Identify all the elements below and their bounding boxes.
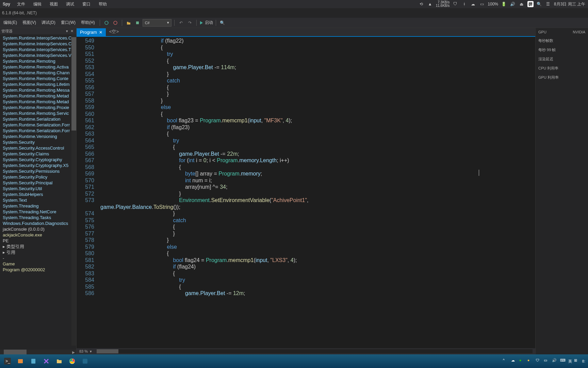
- bluetooth-icon[interactable]: ᚼ: [461, 1, 467, 7]
- battery-icon[interactable]: 🔋: [501, 1, 507, 7]
- tray-keyboard-icon[interactable]: ⌨: [560, 358, 566, 364]
- tree-item[interactable]: System.Security.Principal: [0, 180, 76, 186]
- tree-item[interactable]: System.Security.Policy: [0, 174, 76, 180]
- refresh-icon[interactable]: [103, 19, 110, 27]
- stop-icon[interactable]: [112, 19, 119, 27]
- tree-item[interactable]: System.Security.Cryptography.X5: [0, 163, 76, 168]
- tb-edit[interactable]: 编辑(E): [1, 20, 19, 26]
- app-name[interactable]: Spy: [0, 2, 13, 6]
- tray-time[interactable]: 8:: [582, 359, 585, 363]
- tree-item[interactable]: System.Text: [0, 197, 76, 203]
- tray-display-icon[interactable]: ▭: [544, 358, 550, 364]
- panel-dropdown-icon[interactable]: ▾: [66, 29, 68, 33]
- tray-shield-icon[interactable]: 🛡: [536, 358, 542, 364]
- tb-view[interactable]: 视图(V): [20, 20, 38, 26]
- tree-item[interactable]: System.Runtime.Remoting: [0, 58, 76, 64]
- tree-item[interactable]: System.Runtime.Remoting.Chann: [0, 70, 76, 76]
- tab-empty[interactable]: <空>: [106, 27, 122, 36]
- tree-item[interactable]: Windows.Foundation.Diagnostics: [0, 220, 76, 226]
- tree-item[interactable]: Program @02000002: [0, 267, 76, 273]
- menu-edit[interactable]: 编辑: [29, 1, 46, 7]
- tree-item[interactable]: Game: [0, 261, 76, 267]
- tab-program[interactable]: Program ✕: [77, 28, 106, 36]
- tree-item[interactable]: System.Security.Claims: [0, 151, 76, 157]
- tb-explorer-icon[interactable]: [27, 356, 39, 367]
- menu-view[interactable]: 视图: [46, 1, 62, 7]
- tab-close-icon[interactable]: ✕: [99, 30, 102, 35]
- tb-vs-icon[interactable]: [40, 356, 52, 367]
- menu-debug[interactable]: 调试: [62, 1, 78, 7]
- tb-app-icon[interactable]: [79, 356, 91, 367]
- tray-ime[interactable]: 英: [568, 359, 572, 364]
- tray-expand-icon[interactable]: ^: [503, 358, 509, 364]
- tb-debug[interactable]: 调试(D): [39, 20, 58, 26]
- tree-item[interactable]: jackConsole (0.0.0.0): [0, 226, 76, 232]
- tree-item[interactable]: ▸ 引用: [0, 249, 76, 255]
- open-icon[interactable]: [125, 19, 132, 27]
- search-code-icon[interactable]: 🔍: [219, 19, 226, 27]
- tree-item[interactable]: PE: [0, 238, 76, 244]
- panel-close-icon[interactable]: ✕: [69, 29, 75, 33]
- tree-item[interactable]: System.Runtime.Serialization.Forr: [0, 122, 76, 128]
- undo-icon[interactable]: ↶: [177, 19, 185, 27]
- tree-item[interactable]: System.Runtime.Remoting.Servic: [0, 110, 76, 116]
- tree-item[interactable]: System.Runtime.Remoting.Activa: [0, 64, 76, 70]
- tray-cloud-icon[interactable]: ☁: [511, 358, 517, 364]
- zoom-level[interactable]: 83 %: [79, 349, 88, 353]
- menu-window[interactable]: 窗口: [78, 1, 95, 7]
- tree-item[interactable]: System.Runtime.Remoting.Metad: [0, 99, 76, 105]
- tree-item[interactable]: System.Runtime.Remoting.Lifetim: [0, 81, 76, 87]
- tree-item[interactable]: System.Runtime.Remoting.Conte: [0, 76, 76, 81]
- tray-wechat-icon[interactable]: ●: [519, 358, 525, 364]
- search-icon[interactable]: 🔍: [536, 1, 542, 7]
- tree-item[interactable]: System.Runtime.InteropServices.C: [0, 35, 76, 41]
- display-icon[interactable]: ▭: [479, 1, 485, 7]
- save-icon[interactable]: [134, 19, 141, 27]
- tree-item[interactable]: System.Security.Permissions: [0, 168, 76, 174]
- tray-volume-icon[interactable]: 🔊: [552, 358, 558, 364]
- code-editor[interactable]: 5495505515525535545555565575585595605615…: [77, 37, 535, 348]
- language-dropdown[interactable]: C#▾: [143, 19, 172, 27]
- tree-item[interactable]: -: [0, 255, 76, 261]
- cloud-icon[interactable]: ☁: [470, 1, 476, 7]
- tree-item[interactable]: System.Threading.NetCore: [0, 209, 76, 215]
- menu-help[interactable]: 帮助: [95, 1, 111, 7]
- up-icon[interactable]: ▲: [427, 1, 433, 7]
- tree-item[interactable]: System.Threading: [0, 203, 76, 209]
- tree-view[interactable]: System.Runtime.InteropServices.CSystem.R…: [0, 34, 76, 350]
- code-content[interactable]: if (flag22) { try { game.Pla: [100, 37, 535, 348]
- tb-window[interactable]: 窗口(W): [59, 20, 78, 26]
- tb-files-icon[interactable]: [14, 356, 27, 367]
- tree-item[interactable]: System.Runtime.Serialization.Forr: [0, 128, 76, 134]
- tree-item[interactable]: ▸ 类型引用: [0, 244, 76, 249]
- shield-icon[interactable]: ⛉: [452, 1, 458, 7]
- tree-item[interactable]: ackjackConsole.exe: [0, 232, 76, 238]
- tree-item[interactable]: System.Runtime.InteropServices.V: [0, 52, 76, 58]
- tray-ime2-icon[interactable]: ⊞: [574, 358, 580, 364]
- date-display[interactable]: 8月3日 周三 上午: [554, 1, 585, 7]
- tb-help[interactable]: 帮助(H): [79, 20, 97, 26]
- redo-icon[interactable]: ↷: [186, 19, 194, 27]
- tree-item[interactable]: System.Runtime.InteropServices.C: [0, 41, 76, 47]
- tree-item[interactable]: System.Runtime.Serialization: [0, 116, 76, 122]
- tree-item[interactable]: System.Runtime.InteropServices.T: [0, 47, 76, 52]
- ime-icon[interactable]: 拼: [527, 1, 534, 7]
- menu-file[interactable]: 文件: [13, 1, 29, 7]
- tree-item[interactable]: System.StubHelpers: [0, 191, 76, 197]
- tree-scroll-h[interactable]: ▸: [0, 350, 76, 354]
- control-center-icon[interactable]: ☰: [545, 1, 551, 7]
- tree-item[interactable]: System.Security: [0, 139, 76, 145]
- tree-scroll-v[interactable]: [71, 34, 76, 346]
- tree-item[interactable]: System.Security.Util: [0, 186, 76, 191]
- tb-chrome-icon[interactable]: [66, 356, 78, 367]
- tree-item[interactable]: System.Runtime.Remoting.Metad: [0, 93, 76, 99]
- tb-folder-icon[interactable]: [53, 356, 65, 367]
- tray-app-icon[interactable]: ●: [527, 358, 534, 364]
- tree-item[interactable]: System.Runtime.Remoting.Messa: [0, 87, 76, 93]
- tree-item[interactable]: System.Runtime.Remoting.Proxie: [0, 105, 76, 110]
- tree-item[interactable]: System.Security.Cryptography: [0, 157, 76, 163]
- tree-item[interactable]: System.Threading.Tasks: [0, 215, 76, 220]
- tb-terminal-icon[interactable]: >_: [1, 356, 14, 367]
- volume-icon[interactable]: 🔊: [510, 1, 516, 7]
- tree-item[interactable]: System.Runtime.Versioning: [0, 134, 76, 139]
